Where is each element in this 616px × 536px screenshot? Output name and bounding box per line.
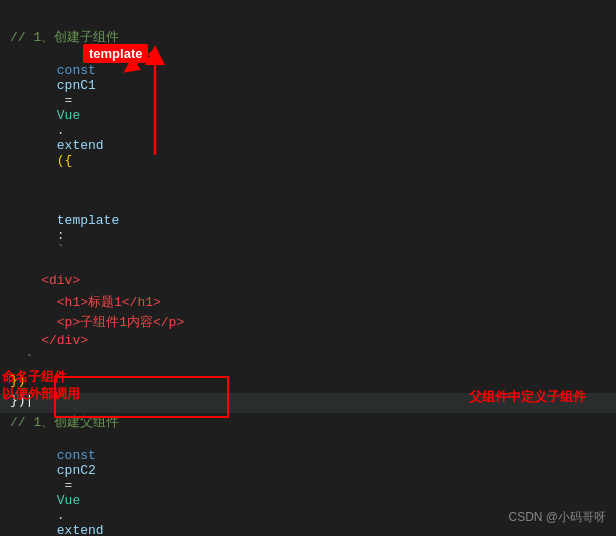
watermark: CSDN @小码哥呀 bbox=[508, 509, 606, 526]
code-editor: // 1、创建子组件 const cpnC1 = Vue . extend ({… bbox=[0, 0, 616, 536]
template-annotation-label: template bbox=[83, 44, 148, 63]
code-line: <h1>标题1</h1> bbox=[0, 293, 616, 313]
template-keyword: template bbox=[57, 213, 119, 228]
code-line: template : ` bbox=[0, 183, 616, 273]
keyword: const bbox=[57, 63, 104, 78]
right-label: 父组件中定义子组件 bbox=[469, 388, 586, 406]
code-line: <div> bbox=[0, 273, 616, 293]
code-line: ` bbox=[0, 353, 616, 373]
code-line: <p>子组件1内容</p> bbox=[0, 313, 616, 333]
code-line: const cpnC1 = Vue . extend ({ bbox=[0, 48, 616, 183]
code-line: // 1、创建父组件 bbox=[0, 413, 616, 433]
variable: cpnC1 bbox=[57, 78, 96, 93]
code-line: </div> bbox=[0, 333, 616, 353]
code-line bbox=[0, 8, 616, 28]
